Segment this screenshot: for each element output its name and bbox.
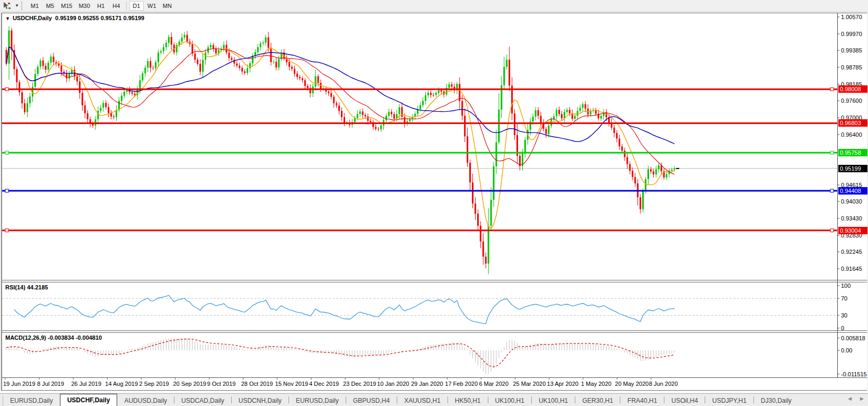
candle-body bbox=[357, 114, 358, 118]
candle-body bbox=[558, 110, 560, 114]
candle-body bbox=[100, 108, 101, 111]
candle-body bbox=[247, 68, 248, 73]
tab-scroll-right-icon[interactable]: ▶ bbox=[860, 396, 864, 401]
candle-body bbox=[600, 116, 602, 119]
toolbar-grip-handle[interactable] bbox=[21, 2, 24, 10]
chart-tab-uk100-9[interactable]: UK100,H1 bbox=[488, 395, 531, 406]
hline-handle[interactable] bbox=[5, 229, 8, 232]
chart-tab-xauusd-7[interactable]: XAUUSD,H1 bbox=[397, 395, 448, 406]
candle-body bbox=[498, 110, 499, 143]
candle-body bbox=[380, 126, 382, 129]
candle-body bbox=[199, 64, 201, 72]
date-axis-label: 17 Feb 2020 bbox=[445, 381, 478, 387]
chart-canvas[interactable] bbox=[2, 13, 867, 390]
candle-body bbox=[186, 35, 188, 42]
candle-body bbox=[110, 113, 112, 116]
chart-tab-ger30-11[interactable]: GER30,H1 bbox=[575, 395, 620, 406]
tab-scroll-left-icon[interactable]: ◀ bbox=[848, 396, 852, 401]
chart-cursor-icon[interactable] bbox=[0, 1, 14, 11]
hline-handle[interactable] bbox=[5, 189, 8, 192]
hline-handle[interactable] bbox=[830, 229, 834, 232]
candle-body bbox=[48, 63, 49, 69]
date-axis-label: 20 Sep 2019 bbox=[173, 381, 206, 387]
candle-body bbox=[430, 93, 432, 95]
timeframe-button-mn[interactable]: MN bbox=[160, 1, 174, 11]
chevron-down-icon[interactable]: ▼ bbox=[14, 3, 20, 8]
candle-body bbox=[273, 62, 274, 63]
price-level-badge: 0.94408 bbox=[838, 187, 867, 195]
date-axis-label: 9 Oct 2019 bbox=[207, 381, 236, 387]
timeframe-button-w1[interactable]: W1 bbox=[145, 1, 159, 11]
date-axis-label: 25 Mar 2020 bbox=[513, 381, 546, 387]
candle-body bbox=[320, 83, 321, 89]
chart-tab-uk100-10[interactable]: UK100,H1 bbox=[532, 395, 575, 406]
timeframe-button-m30[interactable]: M30 bbox=[76, 1, 92, 11]
candle-body bbox=[194, 54, 196, 60]
candle-body bbox=[105, 103, 107, 107]
candle-body bbox=[540, 116, 541, 122]
hline-0.94408[interactable] bbox=[2, 190, 837, 191]
candle-body bbox=[108, 107, 109, 113]
timeframe-button-d1[interactable]: D1 bbox=[129, 1, 144, 11]
candle-body bbox=[433, 95, 434, 95]
chart-menu-chevron-icon[interactable]: ▼ bbox=[5, 16, 10, 21]
chart-tab-dj30-15[interactable]: DJ30,Daily bbox=[754, 395, 799, 406]
candle-body bbox=[228, 52, 230, 58]
candle-body bbox=[29, 96, 31, 103]
candle-body bbox=[191, 44, 193, 54]
candle-body bbox=[165, 43, 167, 47]
candle-body bbox=[265, 37, 267, 42]
chart-tab-eurusd-5[interactable]: EURUSD,Daily bbox=[289, 395, 346, 406]
timeframe-button-m1[interactable]: M1 bbox=[28, 1, 42, 11]
hline-handle[interactable] bbox=[830, 151, 834, 154]
timeframe-separator bbox=[126, 2, 127, 10]
candle-body bbox=[503, 67, 505, 85]
candle-body bbox=[574, 116, 576, 119]
candle-body bbox=[577, 111, 578, 116]
chart-tab-usdcad-3[interactable]: USDCAD,Daily bbox=[174, 395, 231, 406]
candle-body bbox=[262, 42, 264, 43]
chart-tab-fra40-12[interactable]: FRA40,H1 bbox=[620, 395, 664, 406]
chart-tab-audusd-2[interactable]: AUDUSD,Daily bbox=[117, 395, 174, 406]
hline-0.98008[interactable] bbox=[2, 89, 837, 90]
hline-0.95758[interactable] bbox=[2, 152, 837, 154]
chart-tab-gbpusd-6[interactable]: GBPUSD,H4 bbox=[346, 395, 397, 406]
price-axis-label: 1.00570 bbox=[841, 14, 867, 20]
candle-body bbox=[538, 110, 539, 116]
price-axis-label: 0.91645 bbox=[841, 266, 867, 272]
candle-body bbox=[561, 114, 563, 118]
hline-handle[interactable] bbox=[830, 189, 834, 192]
candle-body bbox=[391, 112, 392, 114]
candle-body bbox=[97, 111, 99, 119]
chart-background bbox=[2, 13, 867, 390]
chart-window[interactable]: ▼USDCHF,Daily 0.95199 0.95255 0.95171 0.… bbox=[1, 13, 867, 391]
chart-tab-usdchf-1[interactable]: USDCHF,Daily bbox=[60, 394, 118, 406]
chart-tab-hk50-8[interactable]: HK50,H1 bbox=[448, 395, 488, 406]
candle-body bbox=[495, 142, 497, 166]
candle-body bbox=[330, 93, 332, 97]
candle-body bbox=[653, 171, 654, 174]
candle-body bbox=[241, 68, 243, 72]
timeframe-button-m15[interactable]: M15 bbox=[58, 1, 75, 11]
chart-tab-eurusd-0[interactable]: EURUSD,Daily bbox=[3, 395, 60, 406]
hline-handle[interactable] bbox=[5, 87, 8, 91]
hline-handle[interactable] bbox=[5, 151, 8, 154]
candle-body bbox=[422, 101, 424, 105]
chart-tab-usdjpy-14[interactable]: USDJPY,H1 bbox=[705, 395, 753, 406]
candle-body bbox=[556, 110, 557, 116]
timeframe-button-h1[interactable]: H1 bbox=[94, 1, 108, 11]
timeframe-button-h4[interactable]: H4 bbox=[109, 1, 124, 11]
timeframe-button-m5[interactable]: M5 bbox=[43, 1, 57, 11]
chart-tab-usoil-13[interactable]: USOil,H4 bbox=[664, 395, 705, 406]
candle-body bbox=[131, 92, 133, 94]
hline-handle[interactable] bbox=[830, 87, 834, 91]
candle-body bbox=[535, 110, 537, 117]
candle-body bbox=[163, 47, 164, 51]
chart-symbol-label: USDCHF,Daily bbox=[13, 15, 52, 21]
candle-body bbox=[40, 60, 41, 67]
chart-tab-usdcnh-4[interactable]: USDCNH,Daily bbox=[232, 395, 288, 406]
candle-body bbox=[210, 45, 212, 47]
candle-body bbox=[409, 119, 410, 121]
hline-0.96803[interactable] bbox=[2, 122, 837, 124]
hline-0.93004[interactable] bbox=[2, 230, 837, 231]
